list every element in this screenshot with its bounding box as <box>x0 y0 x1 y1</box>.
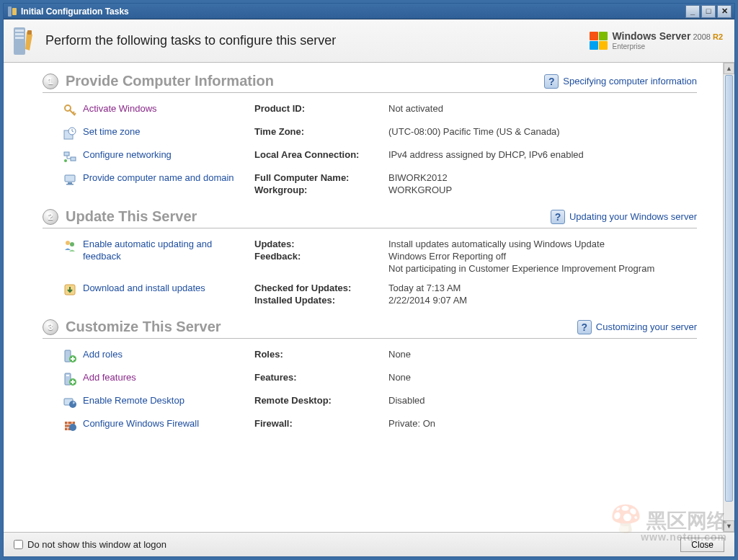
task-row: Enable Remote Desktop Remote Desktop: Di… <box>43 391 697 414</box>
value-timezone: (UTC-08:00) Pacific Time (US & Canada) <box>388 126 697 137</box>
vertical-scrollbar[interactable]: ▲ ▼ <box>723 63 734 532</box>
label-checked: Checked for Updates: <box>254 283 384 293</box>
download-updates-link[interactable]: Download and install updates <box>83 283 205 295</box>
svg-rect-13 <box>65 175 75 182</box>
svg-rect-15 <box>66 184 74 185</box>
task-row: Download and install updates Checked for… <box>43 278 697 310</box>
value-checked: Today at 7:13 AM <box>388 283 697 293</box>
section-number-icon: 3 <box>43 319 58 335</box>
dont-show-text: Do not show this window at logon <box>27 539 166 550</box>
maximize-button[interactable]: □ <box>701 5 716 18</box>
scroll-track[interactable] <box>724 75 734 520</box>
remote-desktop-link[interactable]: Enable Remote Desktop <box>83 395 184 407</box>
label-updates: Updates: <box>254 239 384 249</box>
app-icon <box>6 6 18 17</box>
dont-show-checkbox[interactable] <box>14 540 23 549</box>
titlebar[interactable]: Initial Configuration Tasks _ □ ✕ <box>4 4 734 19</box>
add-features-link[interactable]: Add features <box>83 372 136 384</box>
help-link-updating[interactable]: Updating your Windows server <box>569 211 697 222</box>
set-timezone-link[interactable]: Set time zone <box>83 126 141 138</box>
body: 1 Provide Computer Information ? Specify… <box>4 63 734 532</box>
section-header: 3 Customize This Server ? Customizing yo… <box>43 319 697 339</box>
add-roles-link[interactable]: Add roles <box>83 349 123 361</box>
value-updates: Install updates automatically using Wind… <box>388 239 697 249</box>
label-features: Features: <box>254 372 384 383</box>
download-updates-icon <box>63 283 77 297</box>
section-provide-info: 1 Provide Computer Information ? Specify… <box>43 73 697 200</box>
svg-rect-0 <box>8 6 12 17</box>
svg-point-27 <box>69 424 76 431</box>
windows-logo-icon <box>590 31 608 50</box>
task-row: Add roles Roles: None <box>43 345 697 368</box>
task-row: Add features Features: None <box>43 368 697 391</box>
svg-rect-1 <box>12 8 17 15</box>
task-row: Activate Windows Product ID: Not activat… <box>43 99 697 122</box>
help-icon[interactable]: ? <box>577 320 592 334</box>
computer-icon <box>63 172 77 187</box>
help-icon[interactable]: ? <box>544 74 559 89</box>
svg-point-16 <box>66 241 70 245</box>
value-workgroup: WORKGROUP <box>388 185 697 195</box>
network-icon <box>63 149 77 164</box>
svg-rect-22 <box>66 375 69 376</box>
dont-show-checkbox-label[interactable]: Do not show this window at logon <box>14 539 166 550</box>
minimize-button[interactable]: _ <box>685 5 700 18</box>
svg-rect-3 <box>15 30 24 32</box>
close-footer-button[interactable]: Close <box>680 538 724 552</box>
section-help: ? Updating your Windows server <box>551 210 697 224</box>
people-feedback-icon <box>63 239 77 253</box>
svg-rect-6 <box>27 30 32 35</box>
label-feedback: Feedback: <box>254 251 384 262</box>
scroll-down-button[interactable]: ▼ <box>724 520 734 532</box>
label-remote: Remote Desktop: <box>254 395 384 406</box>
value-roles: None <box>388 349 697 360</box>
svg-rect-10 <box>64 152 69 156</box>
value-product-id: Not activated <box>388 103 697 114</box>
help-link-specifying[interactable]: Specifying computer information <box>563 76 697 86</box>
help-icon[interactable]: ? <box>551 210 565 224</box>
key-icon <box>63 103 77 117</box>
scroll-up-button[interactable]: ▲ <box>724 63 734 74</box>
svg-rect-14 <box>68 182 72 184</box>
close-button[interactable]: ✕ <box>717 5 732 18</box>
section-header: 1 Provide Computer Information ? Specify… <box>43 73 697 93</box>
svg-point-17 <box>70 242 74 246</box>
firewall-link[interactable]: Configure Windows Firewall <box>83 418 199 430</box>
window-title: Initial Configuration Tasks <box>21 6 685 17</box>
value-features: None <box>388 372 697 383</box>
firewall-icon <box>63 418 77 432</box>
window-controls: _ □ ✕ <box>685 5 732 18</box>
auto-update-link[interactable]: Enable automatic updating and feedback <box>83 239 250 263</box>
svg-rect-5 <box>15 37 24 39</box>
window-initial-config: Initial Configuration Tasks _ □ ✕ Perfor… <box>3 3 735 557</box>
activate-windows-link[interactable]: Activate Windows <box>83 103 157 115</box>
brand-text: Windows Server 2008 R2 Enterprise <box>613 31 723 50</box>
brand-badge: Windows Server 2008 R2 Enterprise <box>590 31 723 50</box>
add-roles-icon <box>63 349 77 363</box>
scroll-thumb[interactable] <box>725 75 733 502</box>
label-firewall: Firewall: <box>254 418 384 429</box>
task-row: Set time zone Time Zone: (UTC-08:00) Pac… <box>43 122 697 145</box>
task-row: Enable automatic updating and feedback U… <box>43 234 697 278</box>
section-title: Provide Computer Information <box>66 73 544 89</box>
section-customize-server: 3 Customize This Server ? Customizing yo… <box>43 319 697 437</box>
help-link-customizing[interactable]: Customizing your server <box>596 321 697 332</box>
server-tower-icon <box>9 27 38 55</box>
value-installed: 2/22/2014 9:07 AM <box>388 295 697 306</box>
page-title: Perform the following tasks to configure… <box>45 33 590 48</box>
label-roles: Roles: <box>254 349 384 360</box>
label-product-id: Product ID: <box>254 103 384 114</box>
section-number-icon: 1 <box>43 74 58 89</box>
configure-networking-link[interactable]: Configure networking <box>83 149 172 161</box>
task-row: Configure Windows Firewall Firewall: Pri… <box>43 414 697 437</box>
value-remote: Disabled <box>388 395 697 406</box>
computer-name-link[interactable]: Provide computer name and domain <box>83 172 234 185</box>
value-feedback-a: Windows Error Reporting off <box>388 251 697 262</box>
clock-icon <box>63 126 77 141</box>
value-firewall: Private: On <box>388 418 697 429</box>
section-help: ? Customizing your server <box>577 320 697 334</box>
section-update-server: 2 Update This Server ? Updating your Win… <box>43 208 697 310</box>
task-row: Provide computer name and domain Full Co… <box>43 168 697 200</box>
remote-desktop-icon <box>63 395 77 409</box>
label-full-name: Full Computer Name: <box>254 172 384 183</box>
